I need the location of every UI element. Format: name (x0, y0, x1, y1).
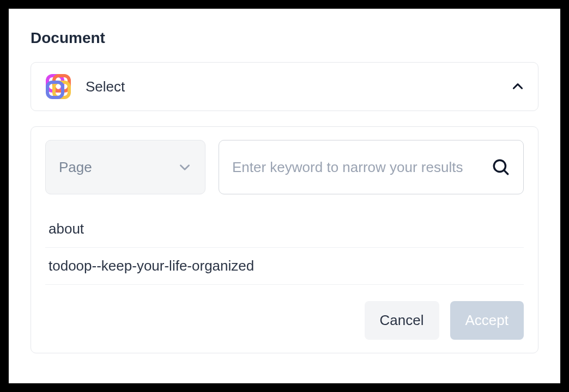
select-label: Select (86, 78, 498, 95)
type-select-label: Page (59, 159, 92, 176)
app-logo-icon (44, 72, 72, 101)
search-icon (492, 158, 510, 176)
page-title: Document (31, 29, 538, 47)
chevron-down-icon (178, 160, 192, 174)
type-select[interactable]: Page (45, 140, 205, 194)
svg-line-5 (504, 170, 508, 174)
document-select-trigger[interactable]: Select (31, 62, 538, 111)
search-field[interactable] (219, 140, 524, 194)
chevron-up-icon (511, 79, 525, 94)
result-item[interactable]: about (45, 211, 524, 248)
search-input[interactable] (232, 159, 485, 176)
cancel-button[interactable]: Cancel (365, 301, 439, 340)
dropdown-panel: Page ab (31, 126, 538, 353)
result-item[interactable]: todoop--keep-your-life-organized (45, 248, 524, 285)
accept-button[interactable]: Accept (450, 301, 524, 340)
